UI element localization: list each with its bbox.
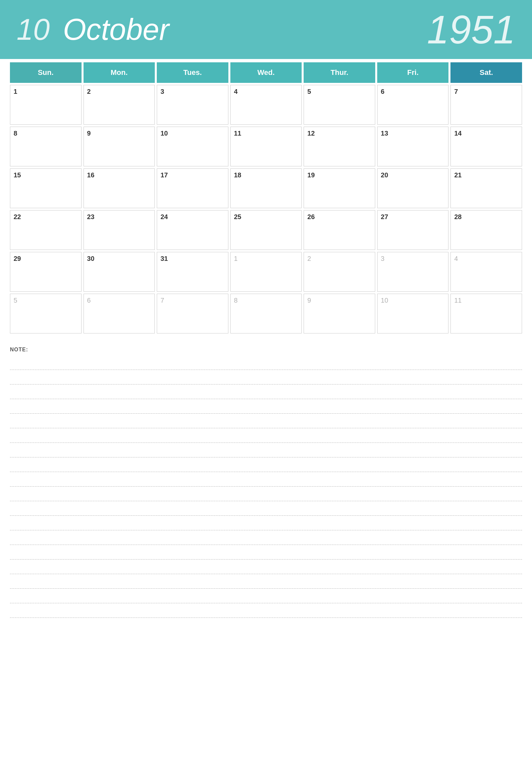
notes-line [10, 589, 522, 603]
cell-day-number: 18 [234, 171, 241, 179]
cell-day-number: 19 [307, 171, 315, 179]
cell-day-number: 3 [381, 255, 384, 262]
notes-line [10, 457, 522, 472]
notes-label: NOTE: [10, 347, 522, 353]
calendar-cell: 3 [377, 252, 449, 292]
calendar-cell: 27 [377, 210, 449, 250]
day-header-thursday: Thur. [304, 62, 375, 83]
cell-day-number: 16 [87, 171, 94, 179]
cell-day-number: 1 [14, 88, 17, 95]
calendar-cell: 15 [10, 168, 82, 208]
cell-day-number: 9 [87, 130, 91, 137]
calendar-cell: 4 [230, 85, 302, 125]
notes-line [10, 385, 522, 399]
calendar-cell: 20 [377, 168, 449, 208]
cell-day-number: 7 [454, 88, 458, 95]
cell-day-number: 15 [14, 171, 21, 179]
notes-line [10, 355, 522, 370]
notes-line [10, 428, 522, 443]
cell-day-number: 29 [14, 255, 21, 262]
notes-line [10, 472, 522, 487]
cell-day-number: 20 [381, 171, 388, 179]
calendar-cell: 29 [10, 252, 82, 292]
cell-day-number: 13 [381, 130, 388, 137]
calendar-cell: 24 [157, 210, 228, 250]
cell-day-number: 6 [87, 297, 91, 304]
calendar-container: Sun.Mon.Tues.Wed.Thur.Fri.Sat. 123456789… [0, 62, 532, 333]
calendar-cell: 1 [230, 252, 302, 292]
calendar-cell: 16 [84, 168, 155, 208]
cell-day-number: 10 [381, 297, 388, 304]
cell-day-number: 6 [381, 88, 384, 95]
cell-day-number: 28 [454, 213, 461, 220]
cell-day-number: 7 [160, 297, 164, 304]
notes-line [10, 545, 522, 560]
calendar-cell: 21 [450, 168, 522, 208]
day-headers-row: Sun.Mon.Tues.Wed.Thur.Fri.Sat. [10, 62, 522, 83]
calendar-cell: 1 [10, 85, 82, 125]
notes-lines [10, 355, 522, 618]
notes-line [10, 443, 522, 457]
cell-day-number: 26 [307, 213, 315, 220]
calendar-header: 10 October 1951 [0, 0, 532, 59]
notes-line [10, 530, 522, 545]
cell-day-number: 8 [234, 297, 238, 304]
cell-day-number: 14 [454, 130, 461, 137]
cell-day-number: 4 [234, 88, 238, 95]
cell-day-number: 21 [454, 171, 461, 179]
calendar-cell: 4 [450, 252, 522, 292]
notes-line [10, 501, 522, 516]
cell-day-number: 2 [307, 255, 311, 262]
day-header-tuesday: Tues. [157, 62, 228, 83]
notes-line [10, 399, 522, 414]
calendar-cell: 2 [304, 252, 375, 292]
notes-line [10, 487, 522, 501]
calendar-cell: 5 [304, 85, 375, 125]
calendar-cell: 10 [157, 127, 228, 166]
calendar-cell: 12 [304, 127, 375, 166]
calendar-cell: 7 [450, 85, 522, 125]
cell-day-number: 22 [14, 213, 21, 220]
day-header-sunday: Sun. [10, 62, 82, 83]
cell-day-number: 27 [381, 213, 388, 220]
calendar-cell: 6 [377, 85, 449, 125]
calendar-cell: 9 [304, 294, 375, 333]
calendar-cell: 8 [230, 294, 302, 333]
notes-line [10, 574, 522, 589]
calendar-cell: 31 [157, 252, 228, 292]
calendar-cell: 5 [10, 294, 82, 333]
notes-section: NOTE: [0, 340, 532, 618]
calendar-cell: 30 [84, 252, 155, 292]
cell-day-number: 23 [87, 213, 94, 220]
calendar-cell: 25 [230, 210, 302, 250]
cell-day-number: 9 [307, 297, 311, 304]
calendar-grid: 1234567891011121314151617181920212223242… [10, 85, 522, 333]
calendar-cell: 28 [450, 210, 522, 250]
calendar-cell: 3 [157, 85, 228, 125]
cell-day-number: 11 [454, 297, 461, 304]
month-name: October [63, 13, 427, 47]
notes-line [10, 516, 522, 530]
calendar-cell: 9 [84, 127, 155, 166]
cell-day-number: 2 [87, 88, 91, 95]
cell-day-number: 3 [160, 88, 164, 95]
calendar-cell: 14 [450, 127, 522, 166]
calendar-cell: 6 [84, 294, 155, 333]
calendar-cell: 10 [377, 294, 449, 333]
cell-day-number: 24 [160, 213, 168, 220]
cell-day-number: 12 [307, 130, 315, 137]
cell-day-number: 8 [14, 130, 17, 137]
year: 1951 [427, 7, 515, 52]
notes-line [10, 560, 522, 574]
notes-line [10, 370, 522, 385]
calendar-cell: 2 [84, 85, 155, 125]
month-number: 10 [17, 13, 50, 47]
notes-line [10, 603, 522, 618]
cell-day-number: 5 [307, 88, 311, 95]
cell-day-number: 10 [160, 130, 168, 137]
day-header-monday: Mon. [84, 62, 155, 83]
calendar-cell: 26 [304, 210, 375, 250]
calendar-cell: 18 [230, 168, 302, 208]
calendar-cell: 17 [157, 168, 228, 208]
cell-day-number: 5 [14, 297, 17, 304]
